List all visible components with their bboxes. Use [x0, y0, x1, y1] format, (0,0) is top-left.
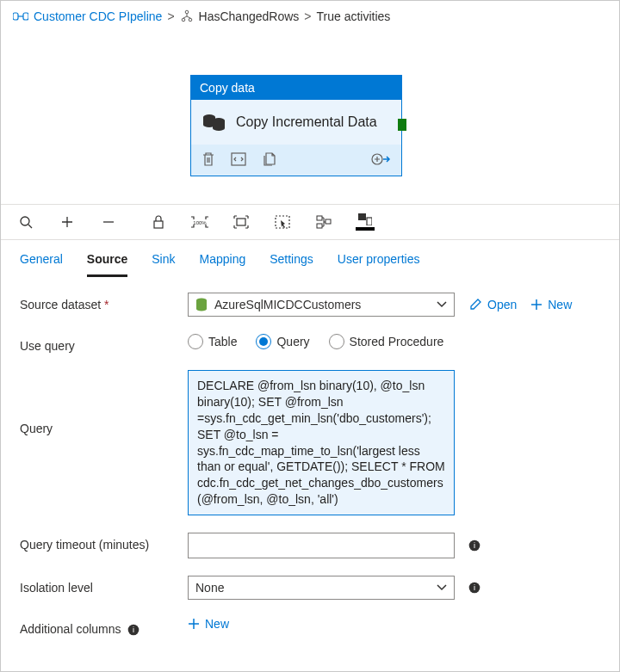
fit-icon[interactable]	[232, 215, 251, 229]
auto-align-icon[interactable]	[314, 215, 333, 229]
info-icon[interactable]: i	[468, 582, 480, 594]
tab-sink[interactable]: Sink	[152, 252, 175, 277]
svg-rect-0	[13, 13, 18, 20]
minimap-icon[interactable]	[356, 213, 375, 231]
isolation-level-dropdown[interactable]: None	[188, 576, 455, 600]
open-dataset-button[interactable]: Open	[468, 298, 517, 311]
svg-point-3	[185, 10, 189, 14]
activity-type: Copy data	[191, 76, 401, 100]
svg-rect-18	[326, 219, 331, 224]
tab-source[interactable]: Source	[87, 252, 127, 277]
svg-rect-14	[237, 219, 245, 225]
svg-text:100%: 100%	[193, 220, 207, 225]
svg-point-10	[21, 217, 29, 225]
source-form: Source dataset * AzureSqlMICDCCustomers …	[1, 277, 619, 643]
breadcrumb-mid: HasChangedRows	[199, 9, 300, 23]
svg-line-11	[28, 225, 32, 228]
svg-text:i: i	[474, 583, 475, 592]
new-dataset-button[interactable]: New	[530, 298, 572, 311]
code-icon[interactable]	[231, 151, 246, 167]
breadcrumb-leaf: True activities	[317, 9, 391, 23]
breadcrumb-sep: >	[167, 9, 174, 23]
source-dataset-label: Source dataset *	[20, 293, 188, 311]
add-column-button[interactable]: New	[188, 617, 229, 631]
breadcrumb: Customer CDC PIpeline > HasChangedRows >…	[1, 1, 619, 32]
chevron-down-icon	[437, 301, 447, 308]
clone-icon[interactable]	[262, 151, 277, 167]
query-textarea[interactable]: DECLARE @from_lsn binary(10), @to_lsn bi…	[188, 370, 455, 515]
zoom-in-icon[interactable]	[58, 215, 77, 229]
use-query-sproc-radio[interactable]: Stored Procedure	[329, 334, 444, 349]
use-query-table-radio[interactable]: Table	[188, 334, 237, 349]
source-dataset-value: AzureSqlMICDCCustomers	[214, 298, 361, 311]
tab-user-properties[interactable]: User properties	[338, 252, 420, 277]
copy-data-activity[interactable]: Copy data Copy Incremental Data	[190, 75, 402, 176]
delete-icon[interactable]	[202, 151, 215, 167]
use-query-query-radio[interactable]: Query	[256, 334, 309, 349]
search-icon[interactable]	[16, 215, 35, 229]
success-connector[interactable]	[398, 119, 406, 131]
svg-point-4	[182, 18, 185, 22]
svg-text:i: i	[474, 541, 475, 550]
tab-settings[interactable]: Settings	[270, 252, 313, 277]
canvas-toolbar: 100%	[1, 204, 619, 240]
query-label: Query	[20, 370, 188, 435]
isolation-level-label: Isolation level	[20, 576, 188, 595]
lock-icon[interactable]	[149, 215, 168, 229]
svg-rect-19	[358, 213, 366, 220]
pipeline-canvas[interactable]: Copy data Copy Incremental Data	[1, 32, 619, 204]
svg-point-5	[189, 18, 192, 22]
tab-mapping[interactable]: Mapping	[200, 252, 246, 277]
query-timeout-input[interactable]	[188, 533, 455, 558]
select-icon[interactable]	[273, 215, 292, 229]
info-icon[interactable]: i	[127, 624, 140, 636]
isolation-level-value: None	[195, 581, 224, 595]
property-tabs: General Source Sink Mapping Settings Use…	[1, 240, 619, 277]
tab-general[interactable]: General	[20, 252, 63, 277]
breadcrumb-sep2: >	[304, 9, 311, 23]
chevron-down-icon	[437, 584, 447, 591]
pipeline-icon	[13, 10, 28, 22]
add-output-icon[interactable]	[370, 151, 391, 167]
svg-rect-16	[317, 216, 322, 220]
branch-icon	[180, 9, 194, 23]
svg-rect-20	[367, 218, 372, 225]
svg-rect-1	[23, 13, 28, 20]
additional-columns-label: Additional columns i	[20, 617, 188, 636]
sql-dataset-icon	[195, 298, 208, 311]
copy-data-icon	[202, 112, 227, 133]
activity-name: Copy Incremental Data	[236, 114, 377, 130]
svg-rect-12	[154, 221, 163, 228]
query-timeout-label: Query timeout (minutes)	[20, 533, 188, 552]
zoom-100-icon[interactable]: 100%	[190, 216, 209, 228]
svg-rect-17	[317, 224, 322, 228]
breadcrumb-root[interactable]: Customer CDC PIpeline	[34, 9, 162, 23]
source-dataset-dropdown[interactable]: AzureSqlMICDCCustomers	[188, 293, 455, 317]
use-query-label: Use query	[20, 334, 188, 353]
zoom-out-icon[interactable]	[99, 215, 118, 229]
svg-text:i: i	[133, 626, 134, 634]
info-icon[interactable]: i	[468, 539, 480, 552]
